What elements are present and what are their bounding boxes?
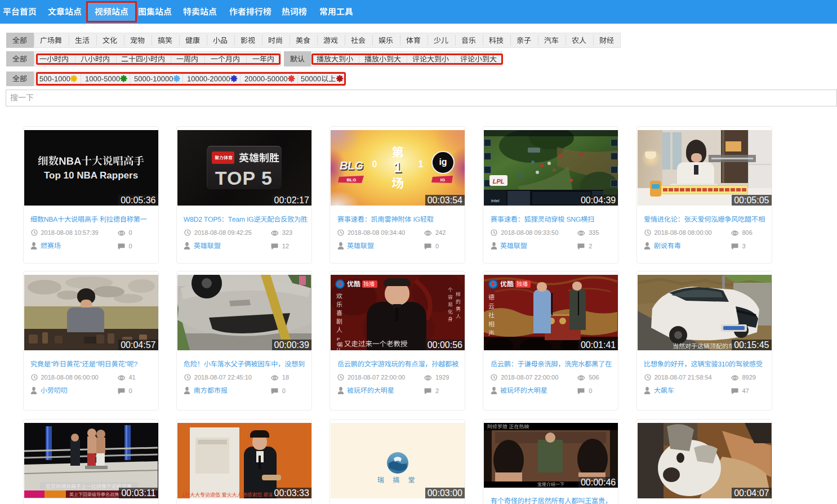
- svg-text:IG: IG: [440, 177, 445, 182]
- svg-text:BLG: BLG: [347, 177, 357, 182]
